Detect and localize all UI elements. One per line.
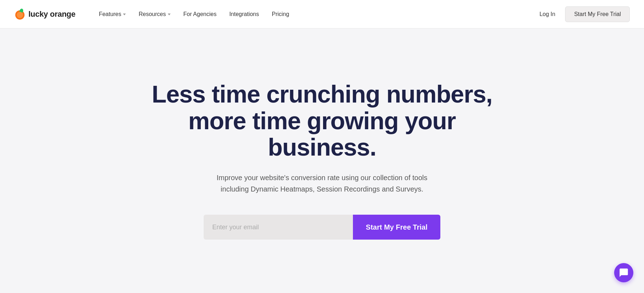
resources-chevron-icon — [168, 14, 171, 15]
hero-subtext: Improve your website's conversion rate u… — [215, 172, 429, 195]
nav-trial-button[interactable]: Start My Free Trial — [565, 6, 630, 22]
svg-point-2 — [17, 12, 23, 18]
nav-links: Features Resources For Agencies Integrat… — [92, 0, 532, 28]
logo-link[interactable]: lucky orange — [14, 9, 75, 20]
hero-headline: Less time crunching numbers, more time g… — [144, 81, 500, 161]
nav-agencies[interactable]: For Agencies — [177, 0, 223, 28]
hero-trial-button[interactable]: Start My Free Trial — [353, 215, 440, 240]
login-button[interactable]: Log In — [532, 7, 562, 21]
features-chevron-icon — [123, 14, 126, 15]
brand-name: lucky orange — [28, 10, 75, 19]
chat-icon — [619, 268, 629, 278]
nav-resources[interactable]: Resources — [132, 0, 177, 28]
nav-pricing[interactable]: Pricing — [265, 0, 296, 28]
nav-integrations[interactable]: Integrations — [223, 0, 265, 28]
email-input[interactable] — [204, 215, 353, 240]
hero-section: Less time crunching numbers, more time g… — [0, 28, 644, 285]
nav-actions: Log In Start My Free Trial — [532, 6, 630, 22]
nav-features[interactable]: Features — [92, 0, 132, 28]
logo-icon — [14, 9, 26, 20]
chat-bubble-button[interactable] — [614, 263, 633, 282]
hero-cta-group: Start My Free Trial — [198, 215, 446, 240]
navbar: lucky orange Features Resources For Agen… — [0, 0, 644, 28]
